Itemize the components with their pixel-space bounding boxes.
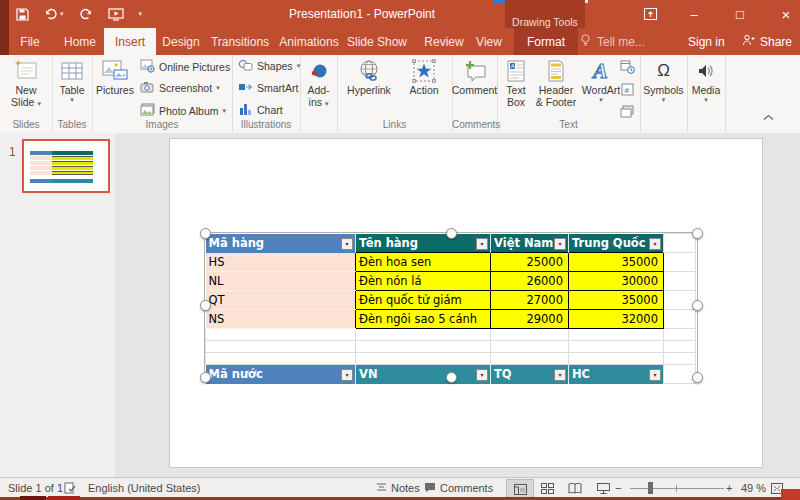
action-button[interactable]: Action — [401, 58, 447, 96]
filter-dropdown-icon[interactable]: ▾ — [341, 369, 353, 381]
empty-cell[interactable] — [664, 253, 696, 272]
tab-transitions[interactable]: Transitions — [206, 28, 274, 55]
cn-price-cell[interactable]: 30000 — [569, 272, 664, 291]
comment-button[interactable]: Comment — [454, 58, 495, 96]
tab-format[interactable]: Format — [514, 28, 578, 55]
selection-handle[interactable] — [446, 228, 457, 239]
selection-handle[interactable] — [200, 372, 211, 383]
name-cell[interactable]: Đèn quốc tử giám — [356, 291, 491, 310]
header-cell[interactable]: Việt Nam▾ — [491, 234, 569, 253]
tab-slide-show[interactable]: Slide Show — [344, 28, 410, 55]
empty-cell[interactable] — [664, 291, 696, 310]
selection-handle[interactable] — [200, 300, 211, 311]
sign-in-link[interactable]: Sign in — [688, 28, 725, 55]
share-button[interactable]: Share — [736, 28, 798, 55]
tell-me-box[interactable]: Tell me... — [580, 28, 645, 55]
zoom-level[interactable]: 49 % — [741, 478, 766, 498]
notes-toggle[interactable]: Notes — [376, 478, 420, 498]
screenshot-button[interactable]: Screenshot ▾ — [140, 81, 220, 95]
pictures-button[interactable]: Pictures — [95, 58, 135, 96]
vn-price-cell[interactable]: 25000 — [491, 253, 569, 272]
tab-review[interactable]: Review — [420, 28, 468, 55]
customize-qat-caret[interactable]: ▾ — [139, 10, 143, 18]
text-box-button[interactable]: A Text Box — [499, 58, 533, 108]
selection-handle[interactable] — [446, 372, 457, 383]
slide-sorter-button[interactable] — [534, 479, 560, 497]
collapse-ribbon-icon[interactable] — [763, 107, 774, 125]
tab-insert[interactable]: Insert — [104, 28, 156, 55]
tab-animations[interactable]: Animations — [276, 28, 342, 55]
footer-cell[interactable]: Mã nước▾ — [206, 365, 356, 384]
addins-button[interactable]: Add- ins ▾ — [303, 58, 334, 108]
zoom-slider-track[interactable] — [630, 488, 724, 489]
filter-dropdown-icon[interactable]: ▾ — [649, 238, 661, 250]
new-slide-button[interactable]: New Slide ▾ — [6, 58, 46, 108]
selection-handle[interactable] — [692, 228, 703, 239]
slide-show-button[interactable] — [590, 479, 616, 497]
comments-toggle[interactable]: Comments — [424, 478, 493, 498]
media-button[interactable]: Media ▾ — [688, 58, 724, 104]
shapes-button[interactable]: Shapes ▾ — [238, 59, 300, 73]
language-indicator[interactable]: English (United States) — [88, 478, 201, 498]
tab-home[interactable]: Home — [56, 28, 104, 55]
vn-price-cell[interactable]: 27000 — [491, 291, 569, 310]
header-cell[interactable]: Tên hàng▾ — [356, 234, 491, 253]
spell-check-icon[interactable] — [64, 478, 77, 498]
empty-cell[interactable] — [664, 234, 696, 253]
smartart-button[interactable]: SmartArt — [238, 81, 298, 95]
name-cell[interactable]: Đèn hoa sen — [356, 253, 491, 272]
tab-view[interactable]: View — [470, 28, 508, 55]
online-pictures-button[interactable]: Online Pictures — [140, 59, 230, 75]
code-cell[interactable]: QT — [206, 291, 356, 310]
footer-cell[interactable]: TQ▾ — [491, 365, 569, 384]
vn-price-cell[interactable]: 29000 — [491, 310, 569, 329]
symbols-button[interactable]: Ω Symbols ▾ — [642, 58, 685, 104]
cn-price-cell[interactable]: 35000 — [569, 291, 664, 310]
table-button[interactable]: Table ▾ — [56, 58, 88, 104]
tab-file[interactable]: File — [12, 28, 48, 55]
filter-dropdown-icon[interactable]: ▾ — [476, 369, 488, 381]
date-time-button[interactable] — [617, 57, 637, 76]
hyperlink-button[interactable]: Hyperlink — [340, 58, 398, 96]
zoom-out-button[interactable]: − — [615, 478, 621, 498]
header-footer-button[interactable]: Header & Footer — [533, 58, 579, 108]
undo-icon[interactable]: ▾ — [44, 8, 64, 20]
selection-handle[interactable] — [200, 228, 211, 239]
normal-view-button[interactable] — [506, 479, 534, 499]
maximize-button[interactable]: □ — [724, 0, 756, 28]
vn-price-cell[interactable]: 26000 — [491, 272, 569, 291]
footer-cell[interactable]: HC▾ — [569, 365, 664, 384]
code-cell[interactable]: NL — [206, 272, 356, 291]
empty-cell[interactable] — [664, 272, 696, 291]
empty-cell[interactable] — [664, 310, 696, 329]
filter-dropdown-icon[interactable]: ▾ — [554, 238, 566, 250]
slide-thumbnail[interactable] — [22, 139, 110, 193]
slide-table[interactable]: Mã hàng▾ Tên hàng▾ Việt Nam▾ Trung Quốc▾… — [205, 233, 696, 384]
filter-dropdown-icon[interactable]: ▾ — [649, 369, 661, 381]
name-cell[interactable]: Đèn nón lá — [356, 272, 491, 291]
redo-icon[interactable] — [79, 8, 93, 20]
slide-indicator[interactable]: Slide 1 of 1 — [8, 478, 63, 498]
zoom-in-button[interactable]: + — [726, 478, 732, 498]
ribbon-display-options-icon[interactable] — [634, 0, 666, 28]
code-cell[interactable]: NS — [206, 310, 356, 329]
tab-design[interactable]: Design — [157, 28, 205, 55]
header-cell[interactable]: Trung Quốc▾ — [569, 234, 664, 253]
empty-cell[interactable] — [664, 365, 696, 384]
selection-handle[interactable] — [692, 300, 703, 311]
chart-button[interactable]: Chart — [238, 103, 283, 117]
header-cell[interactable]: Mã hàng▾ — [206, 234, 356, 253]
filter-dropdown-icon[interactable]: ▾ — [341, 238, 353, 250]
photo-album-button[interactable]: Photo Album ▾ — [140, 103, 226, 118]
zoom-slider-thumb[interactable] — [648, 482, 653, 494]
dropdown-caret[interactable]: ▾ — [60, 10, 64, 18]
code-cell[interactable]: HS — [206, 253, 356, 272]
filter-dropdown-icon[interactable]: ▾ — [554, 369, 566, 381]
cn-price-cell[interactable]: 35000 — [569, 253, 664, 272]
selection-handle[interactable] — [692, 372, 703, 383]
footer-cell[interactable]: VN▾ — [356, 365, 491, 384]
save-icon[interactable] — [16, 8, 29, 21]
reading-view-button[interactable] — [562, 479, 588, 497]
name-cell[interactable]: Đèn ngôi sao 5 cánh — [356, 310, 491, 329]
start-from-beginning-icon[interactable] — [108, 8, 124, 21]
